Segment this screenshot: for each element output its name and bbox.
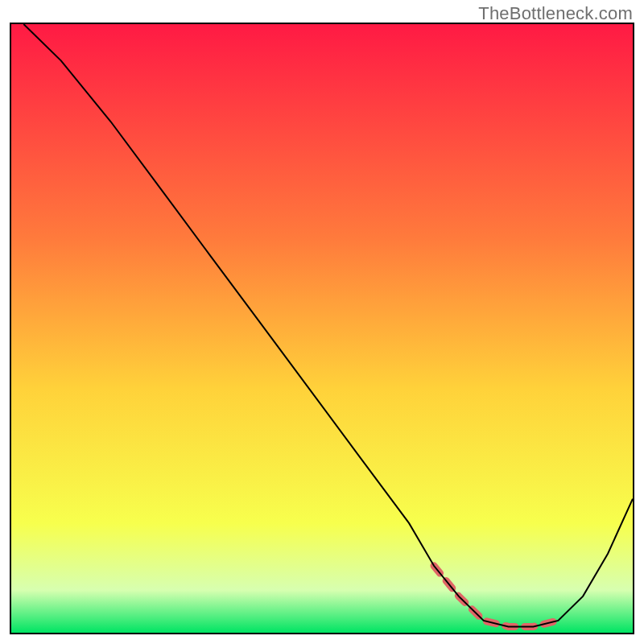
- plot-area: [10, 23, 634, 634]
- watermark-text: TheBottleneck.com: [478, 3, 633, 24]
- gradient-background: [11, 24, 633, 633]
- chart-svg: [11, 24, 633, 633]
- chart-stage: TheBottleneck.com: [0, 0, 644, 644]
